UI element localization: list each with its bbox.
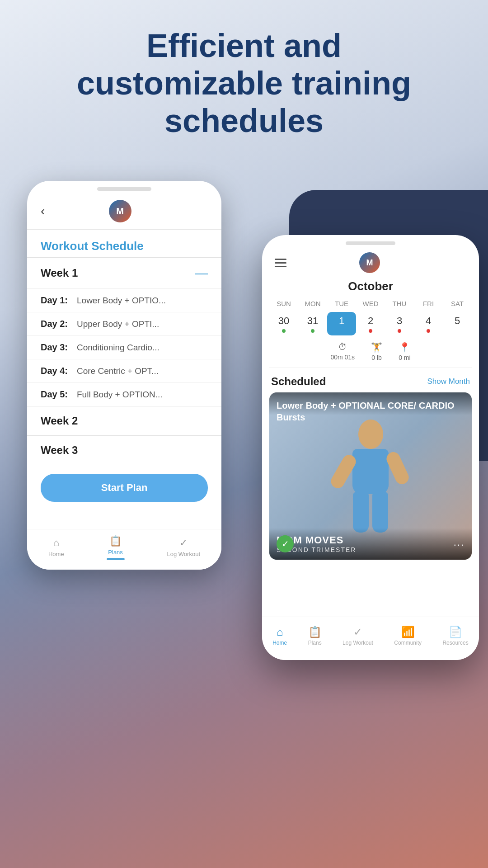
p2-plans-label: Plans xyxy=(308,640,322,646)
day1-item[interactable]: Day 1: Lower Body + OPTIO... xyxy=(27,288,221,312)
start-plan-button[interactable]: Start Plan xyxy=(41,474,208,502)
woman-torso xyxy=(352,449,389,494)
phone1: ‹ M Workout Schedule Week 1 — Day 1: Low… xyxy=(27,181,221,570)
stats-divider xyxy=(269,368,472,368)
back-button[interactable]: ‹ xyxy=(41,204,45,218)
dot-1 xyxy=(340,329,343,333)
log-workout-icon: ✓ xyxy=(179,537,188,549)
nav-log-workout[interactable]: ✓ Log Workout xyxy=(167,537,200,557)
cal-day-31[interactable]: 31 xyxy=(298,312,327,335)
day2-item[interactable]: Day 2: Upper Body + OPTI... xyxy=(27,312,221,335)
woman-legs xyxy=(325,492,416,533)
dot-3 xyxy=(398,329,401,333)
show-month-button[interactable]: Show Month xyxy=(427,377,470,386)
stats-row: ⏱ 00m 01s 🏋 0 lb 📍 0 mi xyxy=(262,335,479,366)
day5-desc: Full Body + OPTION... xyxy=(77,390,208,400)
p2-resources-icon: 📄 xyxy=(449,626,462,638)
cal-num-2: 2 xyxy=(368,315,373,328)
phone1-header: ‹ M xyxy=(27,191,221,227)
cal-day-1[interactable]: 1 xyxy=(327,312,356,335)
day3-item[interactable]: Day 3: Conditioning Cardio... xyxy=(27,335,221,359)
day4-desc: Core Centric + OPT... xyxy=(77,366,208,376)
hero-text: Efficient and customizable training sche… xyxy=(0,0,488,153)
location-icon: 📍 xyxy=(399,342,410,353)
dot-31 xyxy=(311,329,314,333)
cal-day-2[interactable]: 2 xyxy=(356,312,385,335)
week1-label: Week 1 xyxy=(41,267,78,279)
scheduled-label: Scheduled xyxy=(271,375,326,388)
cal-num-31: 31 xyxy=(307,315,318,328)
cal-days-header: SUN MON TUE WED THU FRI SAT xyxy=(269,298,472,309)
phone2-bottom-nav: ⌂ Home 📋 Plans ✓ Log Workout 📶 Community… xyxy=(262,617,479,660)
p2-nav-log[interactable]: ✓ Log Workout xyxy=(343,626,373,646)
cal-num-4: 4 xyxy=(426,315,431,328)
cal-day-4[interactable]: 4 xyxy=(414,312,443,335)
workout-card-overlay: Lower Body + OPTIONAL CORE/ CARDIO Burst… xyxy=(269,392,472,430)
day1-label: Day 1: xyxy=(41,295,77,306)
day2-label: Day 2: xyxy=(41,319,77,329)
week1-collapse[interactable]: — xyxy=(195,266,208,280)
p2-log-icon: ✓ xyxy=(353,626,362,638)
log-workout-label: Log Workout xyxy=(167,551,200,557)
clock-icon: ⏱ xyxy=(338,342,347,352)
stat-weight: 🏋 0 lb xyxy=(371,342,382,361)
cal-day-3[interactable]: 3 xyxy=(385,312,414,335)
hero-line2: customizable training xyxy=(77,65,411,101)
nav-plans[interactable]: 📋 Plans xyxy=(107,535,125,560)
header-divider xyxy=(27,229,221,230)
p2-home-label: Home xyxy=(272,640,287,646)
hamburger-line2 xyxy=(275,262,286,264)
nav-active-indicator xyxy=(107,558,125,560)
dot-5 xyxy=(455,329,459,333)
more-options-icon[interactable]: ··· xyxy=(454,539,465,551)
p2-nav-resources[interactable]: 📄 Resources xyxy=(442,626,468,646)
weight-icon: 🏋 xyxy=(371,342,382,353)
day3-label: Day 3: xyxy=(41,342,77,353)
day3-desc: Conditioning Cardio... xyxy=(77,343,208,353)
cal-thu: THU xyxy=(385,298,414,309)
woman-arm-left xyxy=(328,452,358,490)
phone2: M October SUN MON TUE WED THU FRI SAT 30… xyxy=(262,235,479,660)
nav-home[interactable]: ⌂ Home xyxy=(48,537,64,557)
plans-label: Plans xyxy=(108,549,123,556)
second-trimester-text: SECOND TRIMESTER xyxy=(277,546,465,553)
home-label: Home xyxy=(48,551,64,557)
app-logo-2: M xyxy=(359,252,380,273)
hamburger-line3 xyxy=(275,266,286,267)
workout-card-title: Lower Body + OPTIONAL CORE/ CARDIO Burst… xyxy=(277,400,465,423)
stat-distance-value: 0 mi xyxy=(399,354,410,361)
phones-container: ‹ M Workout Schedule Week 1 — Day 1: Low… xyxy=(0,154,488,868)
week2-header[interactable]: Week 2 xyxy=(27,406,221,435)
p2-community-icon: 📶 xyxy=(401,626,415,638)
p2-nav-community[interactable]: 📶 Community xyxy=(394,626,422,646)
cal-num-3: 3 xyxy=(397,315,402,328)
hero-line3: schedules xyxy=(164,103,324,139)
hamburger-menu[interactable] xyxy=(275,259,286,267)
home-icon: ⌂ xyxy=(53,537,59,549)
week1-header: Week 1 — xyxy=(27,258,221,288)
p2-nav-home[interactable]: ⌂ Home xyxy=(272,626,287,646)
phone2-notch xyxy=(346,241,395,245)
week3-label: Week 3 xyxy=(41,444,78,456)
cal-wed: WED xyxy=(356,298,385,309)
workout-card[interactable]: Lower Body + OPTIONAL CORE/ CARDIO Burst… xyxy=(269,392,472,560)
cal-sat: SAT xyxy=(443,298,472,309)
woman-leg-left xyxy=(353,492,369,533)
day2-desc: Upper Body + OPTI... xyxy=(77,319,208,329)
day4-item[interactable]: Day 4: Core Centric + OPT... xyxy=(27,359,221,382)
cal-day-5[interactable]: 5 xyxy=(443,312,472,335)
stat-weight-value: 0 lb xyxy=(371,354,382,361)
p2-nav-plans[interactable]: 📋 Plans xyxy=(308,626,322,646)
woman-arm-right xyxy=(385,450,411,486)
week3-header[interactable]: Week 3 xyxy=(27,435,221,465)
p2-resources-label: Resources xyxy=(442,640,468,646)
cal-num-5: 5 xyxy=(455,315,460,328)
cal-tue: TUE xyxy=(327,298,356,309)
plans-icon: 📋 xyxy=(109,535,122,547)
workout-card-bottom: MOM MOVES SECOND TRIMESTER xyxy=(269,528,472,560)
cal-sun: SUN xyxy=(269,298,298,309)
cal-mon: MON xyxy=(298,298,327,309)
day5-item[interactable]: Day 5: Full Body + OPTION... xyxy=(27,382,221,406)
cal-day-30[interactable]: 30 xyxy=(269,312,298,335)
dot-2 xyxy=(369,329,372,333)
